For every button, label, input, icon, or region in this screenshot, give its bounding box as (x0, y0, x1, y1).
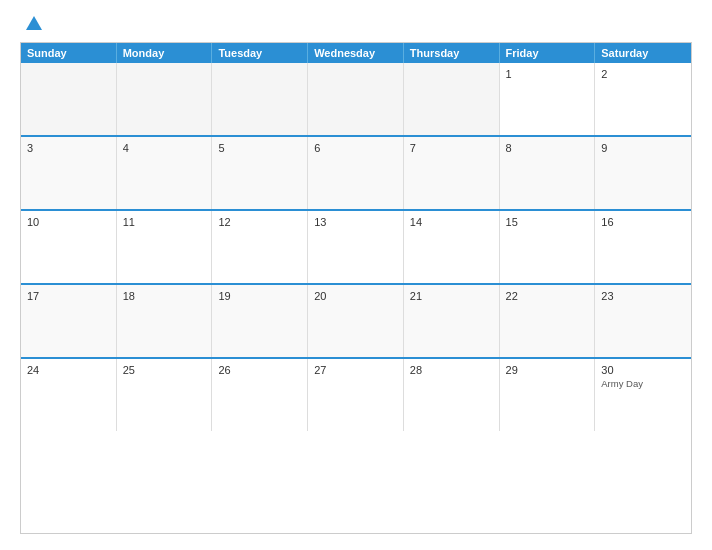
day-number: 14 (410, 216, 493, 228)
calendar-body: 1234567891011121314151617181920212223242… (21, 63, 691, 431)
header (20, 16, 692, 30)
cal-cell-3-1: 10 (21, 211, 117, 283)
day-number: 1 (506, 68, 589, 80)
cal-cell-2-6: 8 (500, 137, 596, 209)
cal-cell-1-7: 2 (595, 63, 691, 135)
cal-cell-1-5 (404, 63, 500, 135)
week-row-1: 12 (21, 63, 691, 135)
cal-cell-3-7: 16 (595, 211, 691, 283)
cal-cell-4-6: 22 (500, 285, 596, 357)
cal-cell-2-4: 6 (308, 137, 404, 209)
calendar-header: SundayMondayTuesdayWednesdayThursdayFrid… (21, 43, 691, 63)
day-header-saturday: Saturday (595, 43, 691, 63)
day-number: 23 (601, 290, 685, 302)
day-number: 24 (27, 364, 110, 376)
day-number: 10 (27, 216, 110, 228)
day-number: 3 (27, 142, 110, 154)
day-header-sunday: Sunday (21, 43, 117, 63)
cal-cell-5-2: 25 (117, 359, 213, 431)
week-row-5: 24252627282930Army Day (21, 357, 691, 431)
cal-cell-2-7: 9 (595, 137, 691, 209)
day-number: 28 (410, 364, 493, 376)
cal-cell-1-1 (21, 63, 117, 135)
day-number: 4 (123, 142, 206, 154)
day-number: 7 (410, 142, 493, 154)
cal-cell-5-7: 30Army Day (595, 359, 691, 431)
day-number: 12 (218, 216, 301, 228)
calendar: SundayMondayTuesdayWednesdayThursdayFrid… (20, 42, 692, 534)
cal-cell-5-5: 28 (404, 359, 500, 431)
cal-cell-4-5: 21 (404, 285, 500, 357)
logo-triangle-icon (26, 16, 42, 30)
cal-cell-1-3 (212, 63, 308, 135)
cal-cell-2-3: 5 (212, 137, 308, 209)
day-header-tuesday: Tuesday (212, 43, 308, 63)
cal-cell-2-2: 4 (117, 137, 213, 209)
cal-cell-4-3: 19 (212, 285, 308, 357)
day-number: 29 (506, 364, 589, 376)
cal-cell-2-1: 3 (21, 137, 117, 209)
week-row-2: 3456789 (21, 135, 691, 209)
cal-cell-3-5: 14 (404, 211, 500, 283)
day-number: 2 (601, 68, 685, 80)
day-header-monday: Monday (117, 43, 213, 63)
cal-cell-5-3: 26 (212, 359, 308, 431)
cal-cell-4-1: 17 (21, 285, 117, 357)
cal-cell-5-1: 24 (21, 359, 117, 431)
day-number: 21 (410, 290, 493, 302)
day-number: 19 (218, 290, 301, 302)
cal-cell-3-4: 13 (308, 211, 404, 283)
day-number: 20 (314, 290, 397, 302)
day-number: 5 (218, 142, 301, 154)
day-number: 22 (506, 290, 589, 302)
cal-cell-4-7: 23 (595, 285, 691, 357)
cal-cell-1-2 (117, 63, 213, 135)
day-number: 16 (601, 216, 685, 228)
day-number: 6 (314, 142, 397, 154)
day-number: 25 (123, 364, 206, 376)
day-number: 11 (123, 216, 206, 228)
cal-cell-3-3: 12 (212, 211, 308, 283)
cal-cell-1-6: 1 (500, 63, 596, 135)
day-number: 27 (314, 364, 397, 376)
cal-cell-5-4: 27 (308, 359, 404, 431)
cal-cell-3-2: 11 (117, 211, 213, 283)
day-header-wednesday: Wednesday (308, 43, 404, 63)
cal-cell-3-6: 15 (500, 211, 596, 283)
logo (20, 16, 48, 30)
week-row-4: 17181920212223 (21, 283, 691, 357)
cal-cell-1-4 (308, 63, 404, 135)
day-header-friday: Friday (500, 43, 596, 63)
day-number: 13 (314, 216, 397, 228)
cal-cell-5-6: 29 (500, 359, 596, 431)
day-number: 30 (601, 364, 685, 376)
holiday-label: Army Day (601, 378, 685, 389)
week-row-3: 10111213141516 (21, 209, 691, 283)
day-number: 17 (27, 290, 110, 302)
day-number: 8 (506, 142, 589, 154)
day-number: 15 (506, 216, 589, 228)
cal-cell-4-4: 20 (308, 285, 404, 357)
day-number: 9 (601, 142, 685, 154)
cal-cell-2-5: 7 (404, 137, 500, 209)
day-number: 18 (123, 290, 206, 302)
day-header-thursday: Thursday (404, 43, 500, 63)
cal-cell-4-2: 18 (117, 285, 213, 357)
day-number: 26 (218, 364, 301, 376)
